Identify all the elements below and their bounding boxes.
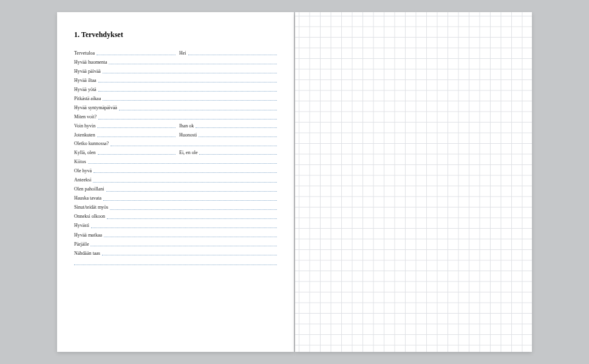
dotted-line — [93, 182, 277, 183]
entry-row: Hyvää huomenta — [74, 59, 277, 66]
dotted-line — [102, 255, 277, 255]
dotted-line — [91, 228, 277, 228]
entry-label: Miten voit? — [74, 114, 98, 120]
dotted-line — [111, 146, 277, 146]
entry-label: Oletko kunnossa? — [74, 141, 111, 147]
entry-label: Hyvää huomenta — [74, 59, 109, 66]
entry-label: Sinut/teidät myös — [74, 204, 110, 211]
entry-label: Ihan ok — [175, 123, 196, 129]
dotted-line — [196, 127, 277, 128]
dotted-line — [110, 209, 277, 210]
entry-row: Pitkästä aikaa — [74, 96, 277, 102]
entry-label: Hyvästi — [74, 223, 91, 229]
dotted-line — [94, 172, 277, 173]
entry-label: Ei, en ole — [175, 150, 199, 155]
dotted-line — [199, 154, 277, 155]
entry-row: Onneksi olkoon — [74, 214, 277, 220]
entry-label: Voin hyvin — [74, 123, 97, 129]
entry-col: Huonosti — [175, 132, 277, 138]
entry-row: Miten voit? — [74, 114, 277, 120]
entry-row: Nähdään taas — [74, 251, 277, 257]
dotted-line — [119, 110, 277, 110]
entry-label: Ole hyvä — [74, 168, 94, 174]
entry-row: Anteeksi — [74, 177, 277, 183]
dotted-line — [104, 237, 277, 237]
entry-col: Ihan ok — [175, 123, 277, 129]
entry-col: Jotenkuten — [74, 132, 175, 138]
entry-row: Hyvää matkaa — [74, 232, 277, 238]
page-title: 1. Tervehdykset — [74, 30, 277, 39]
entries-list: TervetuloaHeiHyvää huomentaHyvää päivääH… — [74, 50, 277, 265]
entry-row: Hyvää yötä — [74, 87, 277, 93]
entry-col: Tervetuloa — [74, 50, 175, 56]
entry-row: Olen pahoillani — [74, 186, 277, 192]
entry-row: Hyvää syntymäpäivää — [74, 105, 277, 111]
entry-row-pair: Voin hyvinIhan ok — [74, 123, 277, 129]
dotted-line — [97, 127, 175, 128]
dotted-line — [107, 218, 277, 219]
notebook-spread: 1. Tervehdykset TervetuloaHeiHyvää huome… — [57, 12, 532, 352]
dotted-line — [103, 200, 277, 201]
entry-row: Pärjäile — [74, 241, 277, 248]
entry-label: Tervetuloa — [74, 50, 97, 56]
dotted-line — [98, 82, 277, 83]
dotted-line — [199, 136, 277, 137]
entry-label: Hyvää yötä — [74, 87, 98, 93]
dotted-line — [188, 55, 277, 55]
entry-row: Hauska tavata — [74, 195, 277, 201]
dotted-line — [98, 154, 175, 155]
entry-col: Kyllä, olen — [74, 150, 175, 155]
entry-row: Hyvästi — [74, 223, 277, 229]
entry-label: Hyvää syntymäpäivää — [74, 105, 119, 111]
entry-label: Pärjäile — [74, 241, 90, 248]
dotted-line — [97, 55, 175, 55]
entry-row: Ole hyvä — [74, 168, 277, 174]
dotted-line — [88, 163, 277, 164]
dotted-line — [103, 73, 277, 73]
dotted-line — [106, 191, 277, 192]
entry-row-pair: JotenkutenHuonosti — [74, 132, 277, 138]
entry-row: Sinut/teidät myös — [74, 204, 277, 211]
blank-line — [74, 260, 277, 265]
entry-label: Hyvää päivää — [74, 69, 103, 75]
dotted-line — [98, 119, 277, 120]
entry-label: Kiitos — [74, 159, 88, 165]
entry-label: Hyvää matkaa — [74, 232, 104, 238]
entry-row: Oletko kunnossa? — [74, 141, 277, 147]
dotted-line — [98, 91, 277, 92]
entry-col: Voin hyvin — [74, 123, 175, 129]
entry-label: Huonosti — [175, 132, 199, 138]
entry-label: Hyvää iltaa — [74, 78, 98, 84]
entry-row: Hyvää päivää — [74, 69, 277, 75]
entry-row: Kiitos — [74, 159, 277, 165]
dotted-line — [109, 64, 277, 64]
entry-label: Hauska tavata — [74, 195, 103, 201]
dotted-line — [97, 136, 175, 137]
entry-row-pair: Kyllä, olenEi, en ole — [74, 150, 277, 155]
dotted-line — [90, 246, 277, 246]
entry-label: Nähdään taas — [74, 251, 102, 257]
entry-label: Olen pahoillani — [74, 186, 106, 192]
entry-row: Hyvää iltaa — [74, 78, 277, 84]
entry-col: Hei — [175, 50, 277, 56]
entry-label: Onneksi olkoon — [74, 214, 107, 220]
entry-label: Anteeksi — [74, 177, 93, 183]
entry-row-pair: TervetuloaHei — [74, 50, 277, 56]
entry-label: Pitkästä aikaa — [74, 96, 103, 102]
entry-label: Kyllä, olen — [74, 150, 98, 155]
entry-label: Jotenkuten — [74, 132, 97, 138]
right-page-grid — [295, 12, 532, 352]
entry-label: Hei — [175, 50, 188, 56]
dotted-line — [103, 100, 277, 101]
left-page: 1. Tervehdykset TervetuloaHeiHyvää huome… — [57, 12, 294, 352]
entry-col: Ei, en ole — [175, 150, 277, 155]
